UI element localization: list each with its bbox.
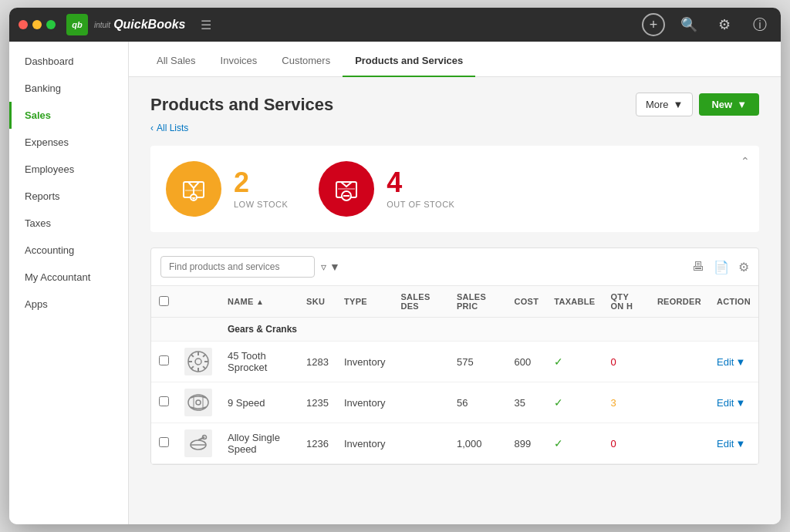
sidebar-item-apps[interactable]: Apps <box>9 291 128 318</box>
new-button[interactable]: New ▼ <box>699 93 759 116</box>
search-input[interactable] <box>160 256 315 278</box>
qb-logo-icon: qb <box>69 17 85 32</box>
stock-section: 2 LOW STOCK <box>150 146 759 232</box>
row-cost-cell: 35 <box>507 382 547 423</box>
sidebar-item-banking[interactable]: Banking <box>9 75 128 102</box>
export-icon[interactable]: 📄 <box>714 260 729 274</box>
row-name-cell: 45 Tooth Sprocket <box>220 342 299 382</box>
sidebar-item-employees[interactable]: Employees <box>9 156 128 183</box>
menu-icon[interactable]: ☰ <box>201 18 211 32</box>
sprocket-icon <box>186 349 211 374</box>
sidebar-item-dashboard[interactable]: Dashboard <box>9 48 128 75</box>
collapse-stock-button[interactable]: ⌃ <box>741 155 750 167</box>
sidebar-item-my-accountant[interactable]: My Accountant <box>9 264 128 291</box>
logo-area: qb intuit QuickBooks ☰ <box>66 14 642 35</box>
svg-line-16 <box>191 355 194 357</box>
sidebar-item-expenses[interactable]: Expenses <box>9 129 128 156</box>
chevron-down-icon: ▼ <box>674 99 684 110</box>
sidebar-label-banking: Banking <box>25 82 61 94</box>
sidebar-item-taxes[interactable]: Taxes <box>9 210 128 237</box>
quickbooks-label: QuickBooks <box>113 18 185 32</box>
traffic-lights <box>19 20 56 29</box>
row-checkbox[interactable] <box>159 355 169 365</box>
group-img-cell <box>177 318 220 342</box>
sidebar-item-sales[interactable]: Sales <box>9 102 128 129</box>
edit-button[interactable]: Edit ▼ <box>717 438 751 450</box>
product-image <box>184 389 212 416</box>
col-taxable-header: TAXABLE <box>546 286 603 318</box>
row-img-cell <box>177 382 220 423</box>
titlebar-actions: + 🔍 ⚙ ⓘ <box>642 13 771 36</box>
row-type-cell: Inventory <box>336 382 393 423</box>
add-icon[interactable]: + <box>642 13 665 36</box>
row-reorder-cell <box>650 423 709 464</box>
sidebar-item-accounting[interactable]: Accounting <box>9 237 128 264</box>
close-button[interactable] <box>19 20 28 29</box>
edit-button[interactable]: Edit ▼ <box>717 356 751 368</box>
sidebar-label-taxes: Taxes <box>25 217 51 229</box>
row-sales-price-cell: 56 <box>449 382 507 423</box>
sidebar-label-apps: Apps <box>25 298 48 310</box>
tab-invoices[interactable]: Invoices <box>208 45 270 77</box>
filter-arrow-icon: ▼ <box>329 261 340 273</box>
row-checkbox[interactable] <box>159 437 169 447</box>
row-sales-desc-cell <box>393 423 448 464</box>
chevron-left-icon: ‹ <box>150 123 154 133</box>
row-checkbox[interactable] <box>159 396 169 406</box>
row-action-cell: Edit ▼ <box>709 423 758 464</box>
table-toolbar: ▿ ▼ 🖶 📄 ⚙ <box>151 248 758 286</box>
titlebar: qb intuit QuickBooks ☰ + 🔍 ⚙ ⓘ <box>9 8 781 42</box>
row-cost-cell: 899 <box>507 423 547 464</box>
row-sales-price-cell: 1,000 <box>449 423 507 464</box>
chevron-down-icon: ▼ <box>735 356 745 368</box>
col-cost-header: COST <box>507 286 547 318</box>
col-img-header <box>177 286 220 318</box>
maximize-button[interactable] <box>46 20 56 29</box>
table-actions: 🖶 📄 ⚙ <box>692 260 749 274</box>
out-of-stock-count: 4 <box>387 169 454 197</box>
all-lists-link[interactable]: ‹ All Lists <box>150 123 759 133</box>
tab-all-sales[interactable]: All Sales <box>144 45 208 77</box>
select-all-checkbox[interactable] <box>159 296 169 306</box>
svg-point-11 <box>195 359 201 365</box>
tab-customers[interactable]: Customers <box>269 45 343 77</box>
low-stock-info: 2 LOW STOCK <box>234 169 288 209</box>
page-title: Products and Services <box>150 95 333 115</box>
col-reorder-header: REORDER <box>650 286 709 318</box>
svg-line-18 <box>203 355 205 357</box>
svg-rect-5 <box>185 190 202 191</box>
minimize-button[interactable] <box>32 20 42 29</box>
row-cost-cell: 600 <box>507 342 547 382</box>
row-name-cell: 9 Speed <box>220 382 299 423</box>
row-qty-cell: 0 <box>603 342 650 382</box>
row-sku-cell: 1236 <box>299 423 336 464</box>
more-button[interactable]: More ▼ <box>636 93 694 116</box>
filter-button[interactable]: ▿ ▼ <box>321 261 340 273</box>
edit-button[interactable]: Edit ▼ <box>717 397 751 409</box>
settings-icon[interactable]: ⚙ <box>738 260 749 274</box>
sort-name-icon[interactable]: ▲ <box>256 298 264 306</box>
product-image <box>184 348 212 375</box>
col-action-header: ACTION <box>709 286 758 318</box>
header-actions: More ▼ New ▼ <box>636 93 759 116</box>
crankset-icon <box>186 431 211 456</box>
svg-text:qb: qb <box>72 20 83 29</box>
help-icon[interactable]: ⓘ <box>748 13 771 36</box>
sidebar-item-reports[interactable]: Reports <box>9 183 128 210</box>
tab-products-services[interactable]: Products and Services <box>343 45 475 77</box>
table-row: Alloy Single Speed 1236 Inventory 1,000 … <box>151 423 758 464</box>
content-area: All Sales Invoices Customers Products an… <box>129 42 781 524</box>
products-table-section: ▿ ▼ 🖶 📄 ⚙ <box>150 247 759 465</box>
low-stock-card[interactable]: 2 LOW STOCK <box>166 161 288 217</box>
row-checkbox-cell <box>151 423 177 464</box>
search-filter-area: ▿ ▼ <box>160 256 340 278</box>
row-action-cell: Edit ▼ <box>709 382 758 423</box>
row-taxable-cell: ✓ <box>546 382 603 423</box>
out-of-stock-icon <box>319 161 374 217</box>
col-sales-desc-header: SALES DES <box>393 286 448 318</box>
settings-icon[interactable]: ⚙ <box>713 13 736 36</box>
print-icon[interactable]: 🖶 <box>692 260 704 274</box>
out-of-stock-card[interactable]: 4 OUT OF STOCK <box>319 161 454 217</box>
search-icon[interactable]: 🔍 <box>677 13 701 36</box>
sidebar-label-employees: Employees <box>25 163 74 175</box>
